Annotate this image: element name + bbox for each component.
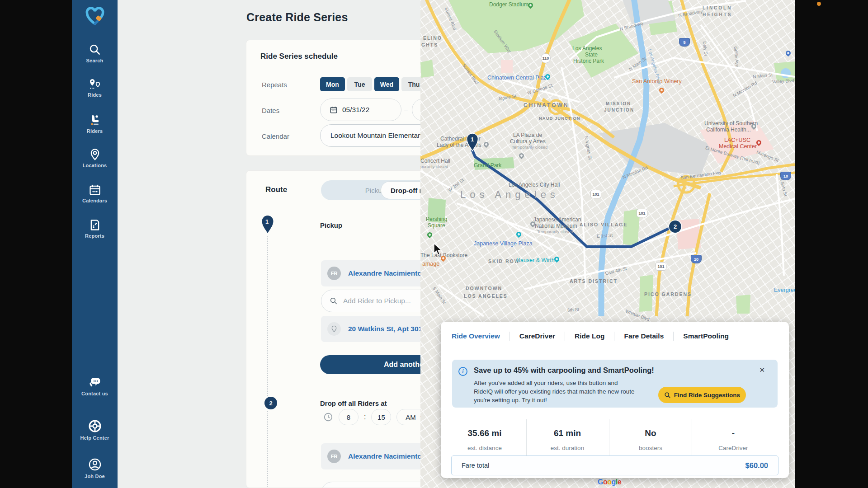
hopskipdrive-logo-icon[interactable] bbox=[85, 6, 105, 28]
map-label: Hauser & Wirth bbox=[516, 257, 555, 263]
tab-divider bbox=[673, 332, 674, 341]
screen: Search Rides Riders Locations Calendars … bbox=[0, 0, 868, 488]
rider-name[interactable]: Alexandre Nacimiento bbox=[348, 269, 422, 277]
sidebar-item-label: Joh Doe bbox=[72, 474, 118, 479]
fare-total-row: Fare total $60.00 bbox=[451, 455, 778, 475]
map-label: California Health... bbox=[706, 127, 751, 133]
rider-name[interactable]: Alexandre Nacimiento bbox=[348, 452, 422, 460]
highway-shield: 110 bbox=[541, 53, 551, 63]
hour-input[interactable]: 8 bbox=[339, 409, 359, 425]
search-icon bbox=[330, 297, 338, 305]
day-pill-tue[interactable]: Tue bbox=[347, 77, 372, 91]
calendar-select-value: Lookout Mountain Elementary bbox=[330, 131, 424, 140]
tab-caredriver[interactable]: CareDriver bbox=[519, 332, 555, 340]
minute-input[interactable]: 15 bbox=[371, 409, 391, 425]
map-label: Grand Park bbox=[474, 162, 501, 169]
highway-shield: 101 bbox=[590, 190, 601, 198]
route-marker-2[interactable]: 2 bbox=[669, 221, 681, 233]
find-ride-suggestions-label[interactable]: Find Ride Suggestions bbox=[674, 392, 740, 399]
map-label: ARTS DISTRICT bbox=[570, 278, 618, 284]
car-seat-icon bbox=[89, 114, 101, 127]
map-label: Historic Park bbox=[573, 58, 604, 64]
route-marker-1-number: 1 bbox=[471, 136, 474, 143]
sidebar-item-profile[interactable]: Joh Doe bbox=[72, 457, 118, 479]
google-letter: o bbox=[607, 478, 611, 486]
sidebar-item-locations[interactable]: Locations bbox=[72, 148, 118, 168]
map-label: Dodger Stadium bbox=[489, 1, 528, 8]
rider-avatar: FR bbox=[327, 450, 341, 463]
sidebar-item-contact-us[interactable]: Contact us bbox=[72, 375, 118, 396]
stat-divider bbox=[692, 419, 692, 455]
highway-shield: 5 bbox=[679, 38, 690, 47]
route-connector-line bbox=[267, 236, 268, 396]
map-label: LINCOLN bbox=[703, 5, 732, 10]
stat-duration: 61 min est. duration bbox=[531, 428, 604, 451]
highway-shield: 101 bbox=[656, 262, 666, 271]
stat-value: No bbox=[614, 428, 687, 438]
tab-ride-log[interactable]: Ride Log bbox=[575, 332, 604, 340]
sidebar-item-rides[interactable]: Rides bbox=[72, 78, 118, 98]
day-pill-wed[interactable]: Wed bbox=[374, 77, 399, 91]
google-letter: G bbox=[598, 478, 603, 486]
map-label: Temporarily closed bbox=[537, 229, 573, 234]
calendar-label: Calendar bbox=[262, 132, 289, 140]
map-label: National Museum bbox=[535, 223, 577, 229]
map-label: PICO GARDENS bbox=[644, 291, 692, 297]
sidebar-item-riders[interactable]: Riders bbox=[72, 114, 118, 134]
map-label: Temporarily closed bbox=[512, 145, 547, 150]
sidebar-item-label: Locations bbox=[72, 163, 118, 168]
schedule-section-title: Ride Series schedule bbox=[260, 52, 338, 61]
route-marker-2-number: 2 bbox=[674, 223, 677, 230]
dropoff-time-row: 8 : 15 AM ▼ bbox=[323, 409, 432, 425]
dates-label: Dates bbox=[262, 107, 279, 114]
day-pill-mon[interactable]: Mon bbox=[320, 77, 345, 91]
map-label: Medical Center bbox=[719, 143, 757, 150]
map-label: Japanese American bbox=[533, 216, 581, 223]
map-label: Los Angeles City Hall bbox=[509, 182, 560, 188]
find-ride-suggestions-button[interactable]: Find Ride Suggestions bbox=[658, 387, 746, 403]
map-label: Square bbox=[428, 222, 445, 229]
stat-boosters: No boosters bbox=[614, 428, 687, 451]
map-label: Cultura y Artes bbox=[510, 138, 546, 145]
stat-value: 35.66 mi bbox=[448, 428, 521, 438]
fare-total-label: Fare total bbox=[462, 462, 489, 469]
tab-divider bbox=[565, 332, 565, 341]
step2-label: Drop off all Riders at bbox=[320, 399, 387, 407]
map-label: Los Angeles bbox=[460, 189, 559, 201]
tab-fare-details[interactable]: Fare Details bbox=[624, 332, 664, 340]
map-label: CHINATOWN bbox=[524, 102, 569, 108]
stat-label: boosters bbox=[614, 445, 687, 451]
tab-ride-overview[interactable]: Ride Overview bbox=[452, 332, 500, 340]
highway-shield: 10 bbox=[691, 255, 702, 263]
map-label: LOS ANGELES bbox=[464, 293, 508, 299]
clock-icon bbox=[323, 412, 333, 422]
map-label: MISSION bbox=[606, 101, 631, 106]
ride-overview-panel: Ride Overview CareDriver Ride Log Fare D… bbox=[441, 322, 789, 478]
route-section-title: Route bbox=[265, 185, 287, 194]
tab-smartpooling[interactable]: SmartPooling bbox=[683, 332, 729, 340]
stat-distance: 35.66 mi est. distance bbox=[448, 428, 521, 451]
map-label: porarily closed bbox=[420, 164, 448, 169]
search-icon bbox=[664, 392, 671, 399]
sidebar-item-search[interactable]: Search bbox=[72, 43, 118, 63]
banner-close-icon[interactable]: ✕ bbox=[759, 366, 765, 374]
stat-divider bbox=[526, 419, 527, 455]
map-label: DOWNTOWN bbox=[466, 286, 502, 291]
map-label: LAC+USC bbox=[724, 137, 750, 143]
route-pins-icon bbox=[89, 78, 101, 90]
stat-label: est. duration bbox=[531, 445, 604, 451]
map-label: LA Plaza de bbox=[513, 132, 542, 138]
map-label: 6th St bbox=[567, 307, 580, 312]
google-letter: g bbox=[612, 478, 616, 486]
pickup-address-link[interactable]: 20 Watkins St, Apt 301 bbox=[348, 325, 422, 333]
mouse-cursor bbox=[433, 243, 442, 256]
sidebar-item-help-center[interactable]: Help Center bbox=[72, 419, 118, 441]
date-range-dash: – bbox=[404, 107, 408, 114]
map-label: HEIGHTS bbox=[703, 12, 732, 17]
banner-text: you're setting up. Try it out! bbox=[474, 397, 547, 404]
date-start-input[interactable]: 05/31/22 bbox=[320, 99, 401, 121]
map-label: Pershing bbox=[426, 216, 447, 222]
sidebar-item-reports[interactable]: Reports bbox=[72, 219, 118, 239]
location-pin-icon bbox=[89, 148, 101, 161]
sidebar-item-calendars[interactable]: Calendars bbox=[72, 183, 118, 203]
